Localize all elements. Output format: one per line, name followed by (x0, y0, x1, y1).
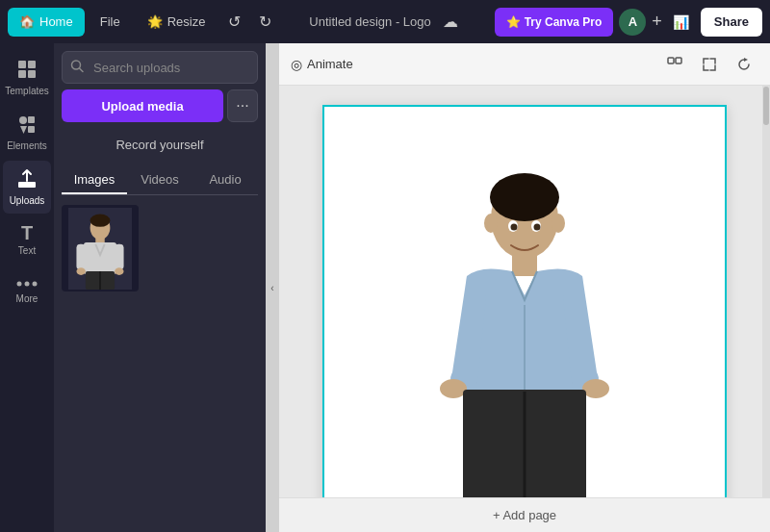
canvas-scroll[interactable] (279, 86, 770, 497)
tab-audio[interactable]: Audio (192, 166, 258, 194)
topbar-right: ⭐ Try Canva Pro A + 📊 Share (495, 8, 762, 37)
media-tabs: Images Videos Audio (62, 166, 258, 195)
chart-icon: 📊 (673, 14, 689, 30)
svg-rect-8 (18, 182, 36, 188)
svg-rect-25 (668, 58, 674, 63)
chevron-left-icon: ‹ (270, 283, 273, 293)
svg-point-33 (440, 379, 467, 398)
canvas-scrollbar[interactable] (762, 86, 770, 497)
search-box (62, 51, 258, 84)
undo-button[interactable]: ↺ (220, 9, 247, 36)
topbar-center: Untitled design - Logo ☁ (282, 9, 490, 36)
svg-point-29 (484, 214, 498, 233)
svg-rect-31 (512, 255, 537, 276)
sidebar-item-uploads[interactable]: Uploads (3, 161, 51, 214)
more-icon (16, 273, 38, 291)
svg-point-11 (33, 282, 38, 287)
svg-point-16 (90, 214, 111, 226)
expand-button[interactable] (695, 50, 724, 79)
svg-marker-6 (20, 126, 27, 134)
svg-rect-0 (18, 61, 26, 68)
scrollbar-thumb[interactable] (763, 87, 769, 125)
sun-icon: 🌟 (147, 14, 163, 29)
resize-button[interactable]: 🌟 Resize (136, 8, 218, 37)
share-button[interactable]: Share (701, 8, 762, 37)
main-area: Templates Elements Uploads T Text More (0, 43, 770, 532)
undo-redo-group: ↺ ↻ (220, 9, 278, 36)
templates-label: Templates (5, 86, 49, 96)
cloud-sync-button[interactable]: ☁ (437, 9, 464, 36)
elements-label: Elements (7, 140, 47, 151)
sidebar-item-more[interactable]: More (3, 266, 51, 312)
svg-point-39 (511, 224, 518, 231)
canvas-footer: + Add page (279, 497, 770, 532)
design-title: Untitled design - Logo (309, 14, 430, 29)
topbar: 🏠 Home File 🌟 Resize ↺ ↻ Untitled design… (0, 0, 770, 43)
svg-rect-18 (84, 241, 116, 273)
svg-rect-5 (28, 116, 35, 123)
avatar[interactable]: A (619, 9, 646, 36)
svg-rect-2 (18, 70, 26, 78)
upload-media-button[interactable]: Upload media (62, 89, 223, 122)
crown-icon: ⭐ (506, 15, 521, 29)
uploads-label: Uploads (10, 195, 45, 206)
canvas-area: ◎ Animate (279, 43, 770, 532)
file-button[interactable]: File (89, 8, 132, 37)
svg-point-30 (552, 214, 565, 233)
svg-rect-20 (115, 243, 123, 268)
upload-more-options-button[interactable]: ··· (227, 89, 258, 122)
svg-point-28 (490, 173, 559, 221)
image-thumbnail[interactable] (62, 205, 139, 291)
elements-icon (16, 114, 38, 138)
home-icon: 🏠 (19, 14, 35, 29)
canvas-toolbar: ◎ Animate (279, 43, 770, 86)
plus-button[interactable]: + (652, 12, 662, 32)
add-page-button[interactable]: + Add page (493, 508, 556, 522)
canvas-toolbar-right (660, 50, 758, 79)
svg-rect-1 (28, 61, 36, 68)
upload-media-row: Upload media ··· (62, 89, 258, 122)
panel-collapse-handle[interactable]: ‹ (266, 43, 279, 532)
text-label: Text (18, 245, 36, 256)
sidebar-item-templates[interactable]: Templates (3, 51, 51, 104)
svg-point-9 (17, 282, 22, 287)
try-canva-button[interactable]: ⭐ Try Canva Pro (495, 8, 614, 37)
more-label: More (16, 293, 38, 304)
animate-icon: ◎ (291, 57, 302, 72)
svg-rect-7 (28, 126, 35, 133)
record-yourself-button[interactable]: Record yourself (62, 128, 258, 161)
sidebar-item-text[interactable]: T Text (3, 215, 51, 264)
svg-point-34 (582, 379, 609, 398)
svg-rect-3 (28, 70, 36, 78)
svg-rect-19 (76, 243, 85, 268)
animate-button[interactable]: ◎ Animate (291, 57, 353, 72)
svg-point-22 (115, 267, 123, 275)
uploads-icon (16, 168, 38, 192)
templates-icon (16, 59, 38, 83)
svg-point-4 (19, 116, 27, 124)
svg-rect-26 (676, 58, 681, 63)
images-grid (62, 201, 258, 291)
home-button[interactable]: 🏠 Home (8, 8, 85, 37)
search-input[interactable] (62, 51, 258, 84)
svg-point-10 (25, 282, 30, 287)
text-icon: T (21, 223, 33, 242)
design-canvas (322, 105, 727, 497)
sidebar-item-elements[interactable]: Elements (3, 106, 51, 159)
tab-images[interactable]: Images (62, 166, 127, 194)
icon-sidebar: Templates Elements Uploads T Text More (0, 43, 54, 532)
svg-point-21 (76, 267, 85, 275)
refresh-button[interactable] (730, 50, 758, 79)
tab-videos[interactable]: Videos (127, 166, 192, 194)
frame-button[interactable] (660, 50, 689, 79)
redo-button[interactable]: ↻ (251, 9, 278, 36)
uploads-panel: Upload media ··· Record yourself Images … (54, 43, 266, 532)
svg-point-40 (534, 224, 541, 231)
analytics-button[interactable]: 📊 (668, 9, 695, 36)
